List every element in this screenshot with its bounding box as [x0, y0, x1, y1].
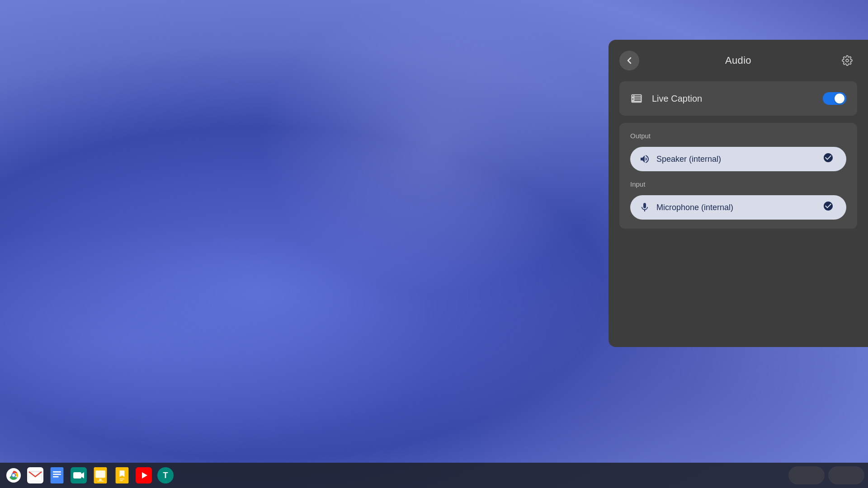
svg-rect-12 [73, 472, 81, 479]
live-caption-label: Live Caption [652, 94, 814, 104]
microphone-icon [639, 202, 650, 213]
svg-rect-17 [97, 481, 104, 482]
taskbar-icons: T [4, 465, 175, 485]
taskbar-right [788, 466, 864, 484]
svg-rect-7 [51, 467, 64, 483]
input-section-label: Input [630, 180, 846, 188]
settings-button[interactable] [837, 51, 857, 70]
svg-rect-10 [53, 476, 59, 478]
taskbar-icon-docs[interactable] [47, 465, 67, 485]
taskbar-icon-gmail[interactable] [25, 465, 45, 485]
taskbar-time-pill[interactable] [828, 466, 864, 484]
speaker-check-icon [823, 152, 834, 166]
speaker-option[interactable]: Speaker (internal) [630, 147, 846, 171]
output-section-label: Output [630, 132, 846, 140]
speaker-name: Speaker (internal) [656, 155, 816, 164]
svg-rect-20 [120, 480, 123, 481]
microphone-option[interactable]: Microphone (internal) [630, 195, 846, 220]
svg-text:T: T [163, 471, 168, 480]
speaker-icon [639, 154, 650, 164]
svg-rect-16 [99, 479, 101, 481]
taskbar-status-pill[interactable] [788, 466, 825, 484]
audio-panel: Audio Live Caption Output [609, 40, 868, 347]
taskbar-icon-meet[interactable] [69, 465, 89, 485]
live-caption-card: Live Caption [619, 81, 857, 116]
taskbar-icon-slides[interactable] [90, 465, 110, 485]
toggle-track[interactable] [823, 92, 846, 105]
back-button[interactable] [619, 51, 639, 70]
toggle-thumb [835, 94, 844, 103]
svg-rect-15 [95, 470, 105, 478]
svg-rect-8 [53, 471, 61, 473]
output-card: Output Speaker (internal) Input [619, 123, 857, 229]
caption-icon [630, 92, 643, 105]
microphone-check-icon [823, 201, 834, 214]
taskbar-icon-chrome[interactable] [4, 465, 24, 485]
live-caption-toggle[interactable] [823, 92, 846, 105]
taskbar: T [0, 463, 868, 488]
svg-rect-9 [53, 474, 61, 475]
panel-title: Audio [725, 55, 751, 66]
taskbar-icon-youtube[interactable] [134, 465, 154, 485]
svg-point-0 [846, 59, 849, 62]
panel-header: Audio [619, 51, 857, 70]
taskbar-icon-teal[interactable]: T [156, 465, 175, 485]
input-section: Input Microphone (internal) [630, 180, 846, 220]
taskbar-icon-keep[interactable] [112, 465, 132, 485]
svg-point-4 [12, 474, 15, 477]
microphone-name: Microphone (internal) [656, 203, 816, 212]
svg-rect-19 [120, 479, 125, 479]
